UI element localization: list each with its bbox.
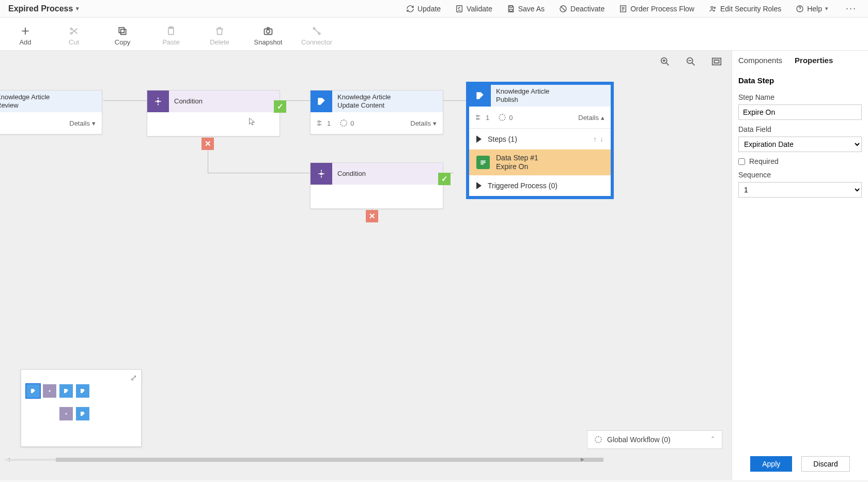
- more-commands-button[interactable]: ···: [843, 3, 860, 14]
- minimap-node[interactable]: [26, 384, 40, 398]
- svg-rect-25: [476, 115, 478, 116]
- move-down-icon[interactable]: ↓: [600, 135, 603, 143]
- spinner-icon: [340, 119, 347, 127]
- step-name-label: Step Name: [738, 93, 862, 101]
- order-process-flow-button[interactable]: Order Process Flow: [619, 5, 694, 13]
- minimap-node[interactable]: [59, 384, 73, 398]
- fit-to-screen-icon[interactable]: [711, 56, 722, 67]
- data-step-icon: [476, 156, 490, 169]
- details-toggle[interactable]: Details▾: [410, 119, 437, 127]
- svg-rect-27: [481, 161, 485, 162]
- tab-components[interactable]: Components: [738, 56, 782, 67]
- horizontal-scrollbar[interactable]: ◄ ►: [5, 456, 587, 463]
- refresh-icon: [406, 5, 414, 13]
- save-as-button[interactable]: Save As: [507, 5, 545, 13]
- discard-button[interactable]: Discard: [801, 456, 849, 472]
- stage-title: Knowledge Article: [0, 93, 97, 101]
- condition-true-badge: ✓: [274, 100, 286, 113]
- stage-subtitle: Review: [0, 101, 97, 110]
- steps-header-row[interactable]: Steps (1) ↑↓: [469, 129, 611, 149]
- svg-rect-10: [121, 29, 126, 35]
- cut-button[interactable]: Cut: [59, 26, 89, 46]
- data-step-row[interactable]: Data Step #1 Expire On: [469, 149, 611, 175]
- minimap-node[interactable]: [76, 407, 89, 420]
- svg-rect-1: [509, 6, 512, 7]
- minimap-node[interactable]: [43, 384, 56, 398]
- chevron-down-icon: ▾: [433, 119, 437, 127]
- scroll-right-arrow[interactable]: ►: [580, 456, 587, 463]
- copy-button[interactable]: Copy: [107, 26, 137, 46]
- stage-review[interactable]: Knowledge Article Review 0 Details▾: [0, 90, 102, 134]
- steps-icon: [317, 119, 324, 127]
- zoom-in-icon[interactable]: [659, 56, 671, 67]
- svg-point-21: [157, 100, 160, 103]
- chevron-up-icon: ˄: [711, 435, 715, 444]
- global-workflow-bar[interactable]: Global Workflow (0) ˄: [587, 430, 722, 449]
- spinner-icon: [595, 436, 602, 443]
- condition-title: Condition: [174, 97, 274, 106]
- expand-triangle-icon: [476, 135, 482, 143]
- svg-point-15: [267, 30, 270, 34]
- data-field-select[interactable]: Expiration Date: [738, 137, 862, 152]
- minimap-node[interactable]: [59, 407, 73, 420]
- tab-properties[interactable]: Properties: [795, 56, 833, 67]
- connector-icon: [312, 26, 322, 36]
- move-up-icon[interactable]: ↑: [593, 135, 597, 143]
- apply-button[interactable]: Apply: [750, 456, 792, 472]
- expand-triangle-icon: [476, 182, 482, 189]
- sequence-select[interactable]: 1: [738, 182, 862, 198]
- svg-rect-29: [481, 163, 484, 164]
- svg-point-8: [70, 28, 72, 29]
- help-button[interactable]: Help ▾: [796, 5, 828, 13]
- process-title-text: Expired Process: [8, 4, 73, 13]
- svg-rect-26: [476, 118, 478, 119]
- delete-button[interactable]: Delete: [205, 26, 235, 46]
- svg-rect-20: [712, 58, 721, 65]
- svg-point-24: [320, 173, 323, 175]
- spinner-icon: [499, 114, 506, 121]
- details-toggle[interactable]: Details▾: [69, 119, 96, 127]
- step-name-input[interactable]: [738, 104, 862, 120]
- condition-node-1[interactable]: Condition: [147, 90, 280, 137]
- svg-rect-22: [318, 121, 320, 122]
- condition-node-2[interactable]: Condition: [310, 162, 443, 209]
- svg-rect-28: [481, 162, 485, 163]
- required-checkbox[interactable]: Required: [738, 157, 862, 165]
- zoom-out-icon[interactable]: [685, 56, 696, 67]
- edit-security-roles-button[interactable]: Edit Security Roles: [709, 5, 781, 13]
- svg-rect-0: [457, 6, 462, 12]
- process-title-dropdown[interactable]: Expired Process ▾: [8, 4, 79, 13]
- plus-icon: [20, 26, 30, 36]
- minimap[interactable]: ⤢: [21, 369, 142, 447]
- chevron-down-icon: ▾: [76, 5, 79, 12]
- sequence-label: Sequence: [738, 171, 862, 179]
- scroll-thumb[interactable]: [56, 458, 603, 462]
- save-icon: [507, 5, 515, 13]
- add-button[interactable]: Add: [10, 26, 40, 46]
- stage-publish-selected[interactable]: Knowledge Article Publish 1 0 Details▴ S…: [466, 82, 614, 199]
- expand-minimap-icon[interactable]: ⤢: [130, 373, 137, 383]
- paste-button[interactable]: Paste: [156, 26, 186, 46]
- stage-update-content[interactable]: Knowledge Article Update Content 1 0 Det…: [310, 90, 443, 134]
- snapshot-button[interactable]: Snapshot: [253, 26, 283, 46]
- stage-icon: [311, 91, 332, 112]
- svg-point-30: [49, 390, 51, 392]
- condition-icon: [311, 163, 332, 185]
- chevron-down-icon: ▾: [825, 5, 828, 12]
- condition-true-badge: ✓: [438, 173, 451, 185]
- stage-title: Knowledge Article: [337, 93, 438, 101]
- details-toggle[interactable]: Details▴: [578, 114, 605, 122]
- update-button[interactable]: Update: [406, 5, 441, 13]
- deactivate-icon: [559, 5, 567, 13]
- required-checkbox-input[interactable]: [738, 158, 745, 165]
- connector-button[interactable]: Connector: [302, 26, 332, 46]
- condition-false-badge: ✕: [202, 138, 214, 150]
- validate-button[interactable]: Validate: [455, 5, 492, 13]
- stage-title: Knowledge Article: [496, 87, 606, 96]
- condition-title: Condition: [337, 170, 438, 178]
- deactivate-button[interactable]: Deactivate: [559, 5, 605, 13]
- triggered-process-row[interactable]: Triggered Process (0): [469, 175, 611, 196]
- process-canvas[interactable]: Knowledge Article Review 0 Details▾ Cond…: [0, 51, 732, 480]
- minimap-node[interactable]: [76, 384, 89, 398]
- roles-icon: [709, 5, 717, 13]
